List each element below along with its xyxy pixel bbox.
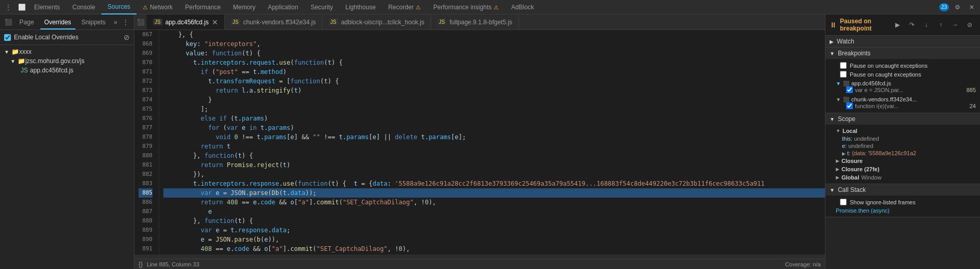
breakpoints-arrow: ▼ bbox=[830, 51, 835, 56]
bp2-filename: chunk-vendors.ff342e34... bbox=[851, 96, 917, 102]
ln-886: 886 bbox=[139, 198, 152, 207]
tab-lighthouse[interactable]: Lighthouse bbox=[339, 0, 382, 14]
bp1-detail: var e = JSON.par... bbox=[855, 87, 904, 93]
code-line-877: for (var e in t.params) bbox=[163, 123, 825, 132]
settings-icon[interactable]: ⚙ bbox=[951, 1, 963, 13]
step-into-btn[interactable]: ↓ bbox=[920, 19, 932, 31]
bp1-file-icon: ⬛ bbox=[843, 81, 849, 86]
scope-header[interactable]: ▼ Scope bbox=[825, 113, 980, 125]
code-line-887: e bbox=[163, 207, 825, 216]
watch-arrow: ▶ bbox=[830, 39, 834, 44]
devtools-menu-icon[interactable]: ⋮ bbox=[2, 1, 14, 13]
global-arrow[interactable]: ▶ bbox=[836, 175, 839, 180]
file-tree: ▼ 📁 xxxx ▼ 📁 jzsc.mohurd.gov.cn/js JS ap… bbox=[0, 45, 134, 269]
tab-performance-insights[interactable]: Performance insights ⚠ bbox=[427, 0, 505, 14]
callstack-item-1[interactable]: Promise.then (async) bbox=[836, 206, 976, 215]
closure27-row: ▶ Closure (27fe) bbox=[836, 165, 976, 173]
top-right-toolbar: 23 ⚙ ✕ bbox=[939, 1, 978, 13]
step-over-btn[interactable]: ↷ bbox=[906, 19, 918, 31]
sidebar-tab-bar: ⬛ Page Overrides Snippets » ⋮ bbox=[0, 14, 134, 30]
sidebar: ⬛ Page Overrides Snippets » ⋮ Enable Loc… bbox=[0, 14, 134, 269]
ln-874: 874 bbox=[139, 95, 152, 104]
bp1-row: ▼ ⬛ app.dc456fcd.js bbox=[836, 80, 976, 86]
bp1-expand-arrow[interactable]: ▼ bbox=[836, 81, 841, 86]
show-ignore-checkbox[interactable] bbox=[840, 199, 847, 205]
tab-application[interactable]: Application bbox=[262, 0, 304, 14]
ln-885: 885 bbox=[139, 188, 152, 198]
pause-caught-checkbox[interactable] bbox=[840, 71, 847, 78]
sidebar-tab-more[interactable]: » bbox=[112, 19, 119, 26]
right-panel-header: ⏸ Paused on breakpoint ▶ ↷ ↓ ↑ → ⊘ bbox=[825, 14, 980, 36]
pause-caught-row: Pause on caught exceptions bbox=[836, 70, 976, 79]
sidebar-tab-snippets[interactable]: Snippets bbox=[78, 15, 110, 29]
tab-performance[interactable]: Performance bbox=[179, 0, 227, 14]
pause-uncaught-checkbox[interactable] bbox=[840, 62, 847, 69]
bp2-expand-arrow[interactable]: ▼ bbox=[836, 97, 841, 102]
code-line-890: e = JSON.parse(b(e)), bbox=[163, 235, 825, 244]
tab-recorder[interactable]: Recorder ⚠ bbox=[382, 0, 427, 14]
file-tab-chunk[interactable]: JS chunk-vendors.ff342e34.js bbox=[225, 14, 323, 30]
show-ignore-label: Show ignore-listed frames bbox=[850, 199, 915, 205]
close-devtools-icon[interactable]: ✕ bbox=[966, 1, 978, 13]
watch-section: ▶ Watch bbox=[825, 36, 980, 48]
sidebar-tab-page[interactable]: Page bbox=[16, 15, 38, 29]
file-tab-fullpage[interactable]: JS fullpage.9.1.8-bfget5.js bbox=[431, 14, 519, 30]
sidebar-tab-overrides[interactable]: Overrides bbox=[40, 15, 75, 29]
deactivate-btn[interactable]: ⊘ bbox=[963, 19, 976, 31]
step-out-btn[interactable]: ↑ bbox=[935, 19, 947, 31]
network-warn-icon: ⚠ bbox=[143, 0, 148, 14]
enable-overrides-checkbox[interactable] bbox=[4, 34, 11, 41]
bp1-checkbox[interactable] bbox=[846, 86, 853, 93]
breakpoints-header[interactable]: ▼ Breakpoints bbox=[825, 48, 980, 59]
global-val: Window bbox=[861, 174, 881, 181]
closure27-arrow[interactable]: ▶ bbox=[836, 167, 839, 172]
folder-collapse-icon: ▼ bbox=[4, 49, 9, 55]
line-numbers: 867 868 869 870 871 872 873 874 875 876 … bbox=[134, 30, 159, 255]
tab-network[interactable]: ⚠ Network bbox=[136, 0, 179, 14]
file-tab-app[interactable]: JS app.dc456fcd.js ✕ bbox=[147, 14, 225, 30]
code-line-868: key: "interceptors", bbox=[163, 39, 825, 49]
dock-icon[interactable]: ⬜ bbox=[16, 1, 28, 13]
code-line-873: return l.a.stringify(t) bbox=[163, 86, 825, 95]
ln-867: 867 bbox=[139, 30, 152, 39]
local-label: Local bbox=[843, 128, 858, 134]
cursor-position-icon: {} bbox=[139, 261, 143, 268]
code-line-870: t.interceptors.request.use(function(t) { bbox=[163, 58, 825, 67]
bp1-container: ▼ ⬛ app.dc456fcd.js var e = JSON.par... … bbox=[836, 79, 976, 95]
tab-memory[interactable]: Memory bbox=[227, 0, 262, 14]
file-nav-icon[interactable]: ⬛ bbox=[134, 16, 147, 28]
clear-overrides-btn[interactable]: ⊘ bbox=[124, 33, 130, 41]
horizontal-scrollbar[interactable] bbox=[134, 255, 825, 259]
tab-elements[interactable]: Elements bbox=[28, 0, 66, 14]
code-line-882: }), bbox=[163, 170, 825, 179]
tree-item-xxxx[interactable]: ▼ 📁 xxxx bbox=[0, 47, 134, 56]
file-tab-adblock[interactable]: JS adblock-uiscrip...tclick_hook.js bbox=[323, 14, 431, 30]
sidebar-nav-icon[interactable]: ⬛ bbox=[4, 16, 13, 28]
code-line-889: var e = t.response.data; bbox=[163, 226, 825, 235]
sidebar-more-options[interactable]: ⋮ bbox=[121, 18, 130, 27]
code-editor[interactable]: 867 868 869 870 871 872 873 874 875 876 … bbox=[134, 30, 825, 255]
tab-console[interactable]: Console bbox=[66, 0, 101, 14]
tree-item-domain[interactable]: ▼ 📁 jzsc.mohurd.gov.cn/js bbox=[0, 56, 134, 66]
watch-header[interactable]: ▶ Watch bbox=[825, 36, 980, 47]
resume-btn[interactable]: ▶ bbox=[891, 19, 904, 31]
bp2-container: ▼ ⬛ chunk-vendors.ff342e34... function i… bbox=[836, 95, 976, 111]
closure-label: Closure bbox=[841, 158, 863, 164]
local-arrow[interactable]: ▼ bbox=[836, 128, 840, 133]
scope-section: ▼ Scope ▼ Local this: undefined e: bbox=[825, 113, 980, 184]
callstack-label: Call Stack bbox=[838, 186, 866, 193]
callstack-header[interactable]: ▼ Call Stack bbox=[825, 184, 980, 196]
global-row: ▶ Global Window bbox=[836, 173, 976, 182]
step-btn[interactable]: → bbox=[949, 19, 961, 31]
bp2-checkbox[interactable] bbox=[846, 102, 853, 109]
folder-icon: 📁 bbox=[11, 48, 19, 55]
tab-adblock[interactable]: AdBlock bbox=[505, 0, 540, 14]
tab-security[interactable]: Security bbox=[304, 0, 339, 14]
closure-arrow[interactable]: ▶ bbox=[836, 158, 839, 163]
tab-sources[interactable]: Sources bbox=[101, 0, 136, 14]
code-line-876: else if (t.params) bbox=[163, 114, 825, 123]
close-tab-1[interactable]: ✕ bbox=[212, 19, 218, 26]
scope-t-arrow[interactable]: ▶ bbox=[842, 151, 846, 156]
tree-item-app-js[interactable]: JS app.dc456fcd.js bbox=[0, 66, 134, 75]
closure27-label: Closure (27fe) bbox=[841, 166, 879, 172]
